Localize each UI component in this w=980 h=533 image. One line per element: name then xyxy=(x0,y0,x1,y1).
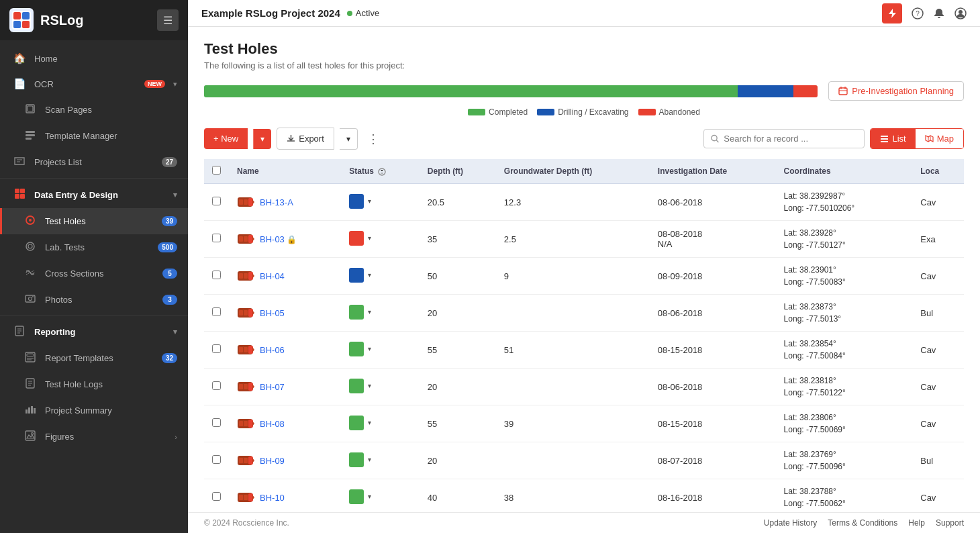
report-templates-icon xyxy=(23,352,37,365)
divider-1 xyxy=(0,178,188,179)
help-link[interactable]: Help xyxy=(908,518,925,528)
progress-container: Pre-Investigation Planning xyxy=(204,81,964,101)
svg-rect-57 xyxy=(239,310,243,316)
new-button[interactable]: + New xyxy=(204,128,248,149)
svg-marker-85 xyxy=(252,495,254,500)
sidebar-item-test-holes[interactable]: Test Holes 39 xyxy=(0,208,188,234)
legend-drilling: Drilling / Excavating xyxy=(537,107,628,117)
export-button[interactable]: Export xyxy=(277,128,334,150)
topbar-icons: ? xyxy=(882,3,967,23)
sidebar-item-template-manager[interactable]: Template Manager xyxy=(0,123,188,149)
lightning-button[interactable] xyxy=(882,3,902,23)
svg-rect-11 xyxy=(20,189,25,193)
row-checkbox[interactable] xyxy=(212,381,221,390)
export-dropdown-button[interactable]: ▾ xyxy=(340,128,358,150)
row-checkbox[interactable] xyxy=(212,307,221,316)
row-name-link[interactable]: BH-13-A xyxy=(260,197,293,207)
svg-rect-6 xyxy=(28,106,33,111)
row-depth: 20.5 xyxy=(420,184,496,221)
row-status-dropdown[interactable]: ▾ xyxy=(366,382,373,389)
search-input[interactable] xyxy=(724,134,857,144)
svg-rect-13 xyxy=(20,194,25,199)
row-drill-icon xyxy=(237,453,254,468)
header-gw-depth: Groundwater Depth (ft) xyxy=(496,159,650,184)
svg-rect-84 xyxy=(248,493,253,501)
sidebar-item-home[interactable]: 🏠 Home xyxy=(0,46,188,71)
table-row: BH-05 ▾ 20 08-06-2018 Lat: 38.23873° Lon… xyxy=(204,295,964,332)
row-drill-icon xyxy=(237,305,254,320)
support-link[interactable]: Support xyxy=(936,518,964,528)
pre-investigation-button[interactable]: Pre-Investigation Planning xyxy=(828,81,964,101)
row-status-dropdown[interactable]: ▾ xyxy=(366,197,373,205)
row-status-dropdown[interactable]: ▾ xyxy=(366,493,373,500)
row-location: Cav xyxy=(912,184,964,221)
sidebar-item-projects-list[interactable]: Projects List 27 xyxy=(0,149,188,175)
sidebar-item-report-templates[interactable]: Report Templates 32 xyxy=(0,345,188,371)
svg-point-30 xyxy=(32,433,34,435)
row-name-link[interactable]: BH-03 🔒 xyxy=(260,234,297,244)
svg-text:?: ? xyxy=(916,10,920,17)
page-content-area: Test Holes The following is a list of al… xyxy=(188,27,980,512)
sidebar-item-lab-tests[interactable]: Lab. Tests 500 xyxy=(0,234,188,260)
row-status-dropdown[interactable]: ▾ xyxy=(366,419,373,426)
row-status-dropdown[interactable]: ▾ xyxy=(366,345,373,352)
terms-conditions-link[interactable]: Terms & Conditions xyxy=(828,518,897,528)
row-name-link[interactable]: BH-09 xyxy=(260,456,285,466)
row-status-dropdown[interactable]: ▾ xyxy=(366,456,373,463)
row-inv-date: 08-15-2018 xyxy=(650,405,776,442)
row-checkbox[interactable] xyxy=(212,492,221,501)
row-gw-depth: 51 xyxy=(496,332,650,369)
row-checkbox[interactable] xyxy=(212,234,221,242)
sidebar-label-projects-list: Projects List xyxy=(34,157,154,167)
table-toolbar: + New ▾ Export ▾ ⋮ List xyxy=(204,128,964,150)
row-name-link[interactable]: BH-08 xyxy=(260,419,285,429)
sidebar-item-scan-pages[interactable]: Scan Pages xyxy=(0,97,188,123)
row-name-link[interactable]: BH-10 xyxy=(260,493,285,503)
figures-icon xyxy=(23,430,37,443)
row-location: Cav xyxy=(912,479,964,513)
sidebar-label-project-summary: Project Summary xyxy=(45,405,177,416)
lab-tests-icon xyxy=(23,241,37,254)
svg-rect-62 xyxy=(239,347,243,352)
status-label: Active xyxy=(356,8,379,18)
row-name-link[interactable]: BH-06 xyxy=(260,345,285,355)
update-history-link[interactable]: Update History xyxy=(764,518,817,528)
sidebar-item-cross-sections[interactable]: Cross Sections 5 xyxy=(0,260,188,287)
row-checkbox-cell xyxy=(204,258,229,295)
row-status-dropdown[interactable]: ▾ xyxy=(366,234,373,242)
sidebar-item-ocr[interactable]: 📄 OCR NEW ▾ xyxy=(0,71,188,97)
sidebar-section-reporting[interactable]: Reporting ▾ xyxy=(0,319,188,345)
sidebar-item-project-summary[interactable]: Project Summary xyxy=(0,397,188,424)
row-name-cell: BH-07 xyxy=(229,369,341,405)
row-checkbox[interactable] xyxy=(212,418,221,427)
row-checkbox[interactable] xyxy=(212,455,221,464)
help-button[interactable]: ? xyxy=(912,7,924,19)
sidebar-item-test-hole-logs[interactable]: Test Hole Logs xyxy=(0,371,188,397)
row-status-dropdown[interactable]: ▾ xyxy=(366,308,373,316)
row-checkbox[interactable] xyxy=(212,271,221,279)
row-checkbox[interactable] xyxy=(212,197,221,205)
more-options-button[interactable]: ⋮ xyxy=(363,129,383,149)
row-name-link[interactable]: BH-05 xyxy=(260,308,285,318)
notifications-button[interactable] xyxy=(933,7,945,19)
sidebar-item-photos[interactable]: Photos 3 xyxy=(0,287,188,313)
row-name-link[interactable]: BH-04 xyxy=(260,271,285,281)
select-all-checkbox[interactable] xyxy=(212,166,221,175)
row-name-link[interactable]: BH-07 xyxy=(260,382,285,392)
user-profile-button[interactable] xyxy=(954,7,967,19)
table-row: BH-09 ▾ 20 08-07-2018 Lat: 38.23769° Lon… xyxy=(204,442,964,479)
row-status-badge: ▾ xyxy=(349,452,373,467)
list-view-button[interactable]: List xyxy=(871,129,915,148)
row-status-dropdown[interactable]: ▾ xyxy=(366,271,373,279)
row-location: Exa xyxy=(912,221,964,258)
svg-rect-25 xyxy=(26,409,28,414)
row-depth: 55 xyxy=(420,405,496,442)
row-checkbox[interactable] xyxy=(212,344,221,353)
sidebar-item-figures[interactable]: Figures › xyxy=(0,424,188,450)
row-status-cell: ▾ xyxy=(341,332,420,369)
new-dropdown-button[interactable]: ▾ xyxy=(253,129,271,149)
svg-rect-37 xyxy=(881,136,888,137)
map-view-button[interactable]: Map xyxy=(916,129,963,148)
sidebar-menu-button[interactable]: ☰ xyxy=(157,9,179,31)
sidebar-section-data-entry[interactable]: Data Entry & Design ▾ xyxy=(0,181,188,208)
